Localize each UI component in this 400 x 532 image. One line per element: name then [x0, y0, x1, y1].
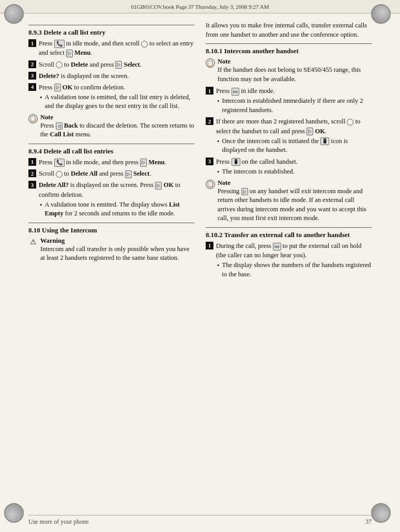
bullet-8101-3: • The intercom is established.	[217, 167, 372, 177]
corner-decoration-tl	[4, 4, 29, 29]
bullet-text-8101-2: Once the intercom call is initiated the …	[222, 137, 372, 155]
scroll-icon-894	[56, 171, 63, 178]
step-894-3: 3 Delete All? is displayed on the screen…	[28, 180, 194, 218]
int-icon-1: int	[232, 88, 240, 96]
bullet-dot-8101-3: •	[217, 167, 220, 177]
corner-decoration-bl	[4, 503, 29, 528]
bullet-text-8101-3: The intercom is established.	[222, 167, 295, 177]
call-icon: 📞	[54, 40, 65, 49]
fwd-894-2: ▷	[125, 170, 132, 178]
fwd-note: ▷	[241, 188, 248, 196]
divider-894	[28, 144, 194, 144]
step-num-4: 4	[28, 83, 36, 91]
step-content-894-2: Scroll to Delete All and press ▷ Select.	[39, 169, 194, 178]
step-num-3: 3	[28, 72, 36, 80]
step-894-2: 2 Scroll to Delete All and press ▷ Selec…	[28, 169, 194, 178]
step-num-894-3: 3	[28, 181, 36, 189]
section-title-894: 8.9.4 Delete all call list entries	[28, 147, 194, 155]
step-content-8102-1: During the call, press int to put the ex…	[216, 241, 372, 279]
note-label-8101: Note	[218, 58, 372, 66]
fwd-icon: ▷	[115, 61, 122, 69]
step-content-8101-3: Press 📱 on the called handset. • The int…	[216, 157, 372, 177]
step-893-3: 3 Delete? is displayed on the screen.	[28, 71, 194, 81]
step-num-894-2: 2	[28, 169, 36, 177]
section-title-8101: 8.10.1 Intercom another handset	[206, 47, 372, 55]
divider-8102	[206, 227, 372, 228]
warning-content: Warning Intercom and call transfer is on…	[40, 237, 194, 263]
scroll-icon-2	[56, 61, 63, 68]
page-container: 01GB01COV.book Page 37 Thursday, July 3,…	[0, 0, 400, 532]
bullet-dot-8102: •	[217, 261, 220, 279]
note-text-8101-bottom: Pressing ▷ on any handset will exit inte…	[218, 187, 372, 223]
step-893-4: 4 Press ▷ OK to confirm deletion. • A va…	[28, 83, 194, 111]
divider-893	[28, 25, 194, 25]
bullet-8102-1: • The display shows the numbers of the h…	[217, 261, 372, 279]
step-content-894-1: Press 📞 in idle mode, and then press ▷ M…	[39, 158, 194, 167]
bullet-dot: •	[40, 93, 42, 111]
bullet-text-893-4: A validation tone is emitted, the call l…	[45, 93, 194, 111]
note-text-893: Press ◁ Back to discard the deletion. Th…	[40, 121, 194, 139]
bullet-text-894: A validation tone is emitted. The displa…	[45, 200, 194, 218]
scroll-icon	[141, 41, 148, 48]
step-num-8101-1: 1	[206, 87, 213, 95]
warning-810: ⚠ Warning Intercom and call transfer is …	[28, 237, 194, 263]
bullet-text-8102: The display shows the numbers of the han…	[222, 261, 372, 279]
ok-894: ▷	[155, 182, 162, 190]
step-num-8101-2: 2	[206, 117, 213, 125]
ok-icon: ▷	[54, 84, 61, 91]
fwd-8101-2: ▷	[306, 128, 313, 135]
step-content-893-4: Press ▷ OK to confirm deletion. • A vali…	[39, 83, 194, 111]
step-content-893-1: Press 📞 in idle mode, and then scroll to…	[39, 39, 194, 58]
note-icon-8101-bottom: 📋	[206, 180, 215, 189]
warning-label: Warning	[40, 237, 194, 245]
note-content-893: Note Press ◁ Back to discard the deletio…	[40, 114, 194, 139]
bullet-8101-2: • Once the intercom call is initiated th…	[217, 137, 372, 155]
step-8101-2: 2 If there are more than 2 registered ha…	[206, 117, 372, 154]
section-title-8102: 8.10.2 Transfer an external call to anot…	[206, 231, 372, 239]
header-text: 01GB01COV.book Page 37 Thursday, July 3,…	[131, 4, 269, 10]
step-num-2: 2	[28, 60, 36, 68]
bullet-894-3: • A validation tone is emitted. The disp…	[40, 200, 194, 218]
note-893: 📋 Note Press ◁ Back to discard the delet…	[28, 114, 194, 139]
section-title-893: 8.9.3 Delete a call list entry	[28, 28, 194, 37]
step-content-894-3: Delete All? is displayed on the screen. …	[39, 180, 194, 218]
note-content-8101-bottom: Note Pressing ▷ on any handset will exit…	[218, 179, 372, 223]
step-content-893-2: Scroll to Delete and press ▷ Select.	[39, 60, 194, 69]
step-893-2: 2 Scroll to Delete and press ▷ Select.	[28, 60, 194, 69]
call-icon-894: 📞	[54, 159, 65, 167]
menu-icon: ▷	[66, 50, 73, 57]
header-bar: 01GB01COV.book Page 37 Thursday, July 3,…	[0, 0, 400, 13]
divider-8101	[206, 43, 372, 44]
step-8101-1: 1 Press int in idle mode. • Intercom is …	[206, 86, 372, 115]
step-content-8101-1: Press int in idle mode. • Intercom is es…	[216, 86, 372, 115]
divider-810	[28, 223, 194, 223]
phone-icon-inline: 📱	[320, 137, 329, 145]
warning-text: Intercom and call transfer is only possi…	[40, 245, 194, 263]
step-content-893-3: Delete? is displayed on the screen.	[39, 71, 194, 81]
columns-layout: 8.9.3 Delete a call list entry 1 Press 📞…	[28, 21, 372, 281]
warning-icon: ⚠	[28, 238, 38, 247]
fwd-icon-894: ▷	[140, 159, 147, 166]
note-label-8101-bottom: Note	[218, 179, 372, 187]
step-894-1: 1 Press 📞 in idle mode, and then press ▷…	[28, 158, 194, 167]
note-label: Note	[40, 114, 194, 121]
corner-decoration-br	[371, 503, 396, 528]
step-893-1: 1 Press 📞 in idle mode, and then scroll …	[28, 39, 194, 58]
note-icon: 📋	[28, 114, 38, 123]
back-icon: ◁	[56, 122, 63, 130]
step-num-8102-1: 1	[206, 242, 213, 249]
note-8101: 📋 Note If the handset does not belong to…	[206, 58, 372, 84]
step-8101-3: 3 Press 📱 on the called handset. • The i…	[206, 157, 372, 177]
bullet-dot-894: •	[40, 200, 42, 218]
scroll-8101-2	[347, 119, 353, 126]
step-content-8101-2: If there are more than 2 registered hand…	[216, 117, 372, 154]
footer-left: Use more of your phone	[28, 518, 89, 526]
section-title-810: 8.10 Using the Intercom	[28, 226, 194, 234]
bullet-893-4: • A validation tone is emitted, the call…	[40, 93, 194, 111]
bullet-text-8101-1: Intercom is established immediately if t…	[222, 97, 372, 115]
step-num-894-1: 1	[28, 158, 36, 166]
step-num-1: 1	[28, 39, 36, 47]
int-icon-8102: int	[273, 243, 281, 251]
main-content: 8.9.3 Delete a call list entry 1 Press 📞…	[28, 17, 372, 511]
note-8101-bottom: 📋 Note Pressing ▷ on any handset will ex…	[206, 179, 372, 223]
